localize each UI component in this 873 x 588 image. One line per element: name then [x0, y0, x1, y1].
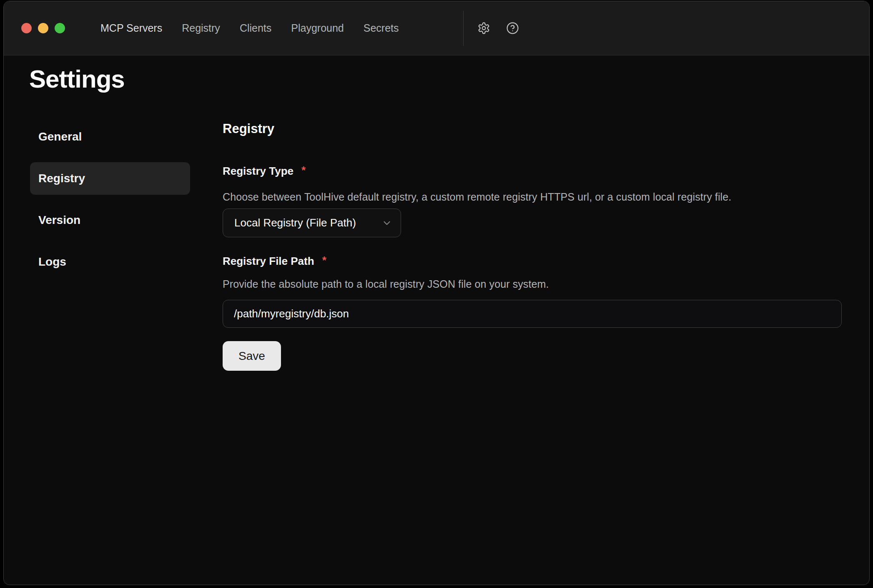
nav-item-secrets[interactable]: Secrets — [364, 22, 399, 34]
sidebar-item-general[interactable]: General — [30, 121, 190, 153]
required-marker: * — [322, 254, 326, 266]
chevron-down-icon — [381, 218, 392, 229]
help-button[interactable] — [505, 20, 520, 35]
header-divider — [463, 11, 464, 46]
registry-type-description: Choose between ToolHive default registry… — [223, 191, 731, 203]
minimize-window-button[interactable] — [38, 23, 48, 33]
top-navigation: MCP Servers Registry Clients Playground … — [100, 1, 399, 55]
registry-type-label-text: Registry Type — [223, 165, 294, 177]
registry-type-select[interactable]: Local Registry (File Path) — [223, 209, 401, 237]
page-title: Settings — [29, 65, 125, 93]
registry-type-label: Registry Type* — [223, 165, 306, 178]
help-circle-icon — [506, 22, 519, 35]
sidebar-item-logs[interactable]: Logs — [30, 246, 190, 278]
registry-file-path-input[interactable] — [223, 300, 842, 328]
registry-file-path-label: Registry File Path* — [223, 255, 326, 268]
section-title: Registry — [223, 121, 274, 136]
gear-icon — [477, 22, 490, 35]
nav-item-mcp-servers[interactable]: MCP Servers — [100, 22, 162, 34]
close-window-button[interactable] — [21, 23, 32, 33]
nav-item-clients[interactable]: Clients — [240, 22, 271, 34]
sidebar-item-version[interactable]: Version — [30, 204, 190, 236]
settings-button[interactable] — [476, 20, 491, 35]
nav-item-playground[interactable]: Playground — [291, 22, 344, 34]
title-bar: MCP Servers Registry Clients Playground … — [4, 1, 869, 55]
traffic-lights — [21, 23, 65, 33]
registry-file-path-label-text: Registry File Path — [223, 255, 314, 267]
app-window: MCP Servers Registry Clients Playground … — [3, 1, 870, 585]
registry-file-path-description: Provide the absolute path to a local reg… — [223, 278, 549, 290]
required-marker: * — [301, 164, 306, 176]
nav-item-registry[interactable]: Registry — [182, 22, 220, 34]
registry-type-select-value: Local Registry (File Path) — [234, 216, 356, 229]
settings-sidebar: General Registry Version Logs — [30, 121, 190, 287]
maximize-window-button[interactable] — [55, 23, 65, 33]
save-button[interactable]: Save — [223, 341, 281, 371]
sidebar-item-registry[interactable]: Registry — [30, 162, 190, 195]
